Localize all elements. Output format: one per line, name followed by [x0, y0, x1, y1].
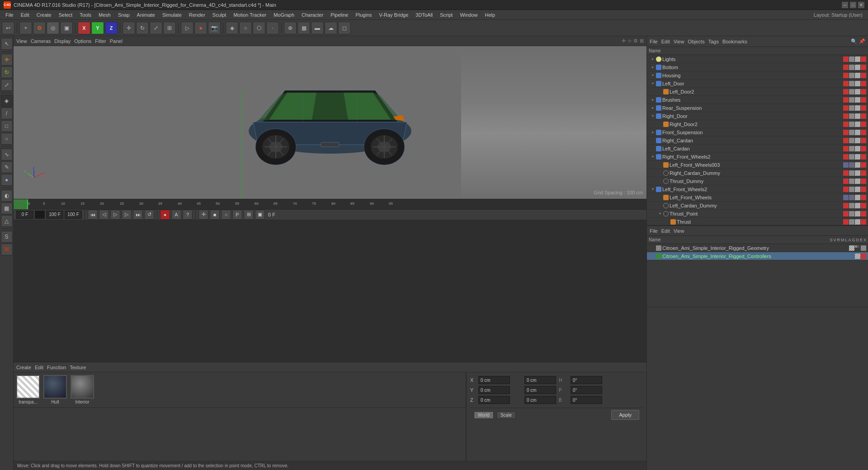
lt-terrain[interactable]: △: [1, 215, 13, 227]
menu-vray[interactable]: V-Ray Bridge: [376, 11, 412, 19]
thrust-arrow[interactable]: [664, 219, 670, 225]
lt-line[interactable]: /: [1, 108, 13, 119]
lt-maxon[interactable]: M: [1, 244, 13, 255]
tree-row-rc-dummy[interactable]: Right_Cardan_Dummy: [647, 169, 868, 177]
lt-rotate[interactable]: ↻: [1, 66, 13, 78]
motion-clip3-button[interactable]: ○: [221, 210, 231, 220]
texture-mode-button[interactable]: ⬡: [253, 22, 265, 34]
om2-file[interactable]: File: [650, 228, 658, 234]
menu-plugins[interactable]: Plugins: [352, 11, 375, 19]
menu-select[interactable]: Select: [55, 11, 76, 19]
menu-script[interactable]: Script: [436, 11, 456, 19]
menu-file[interactable]: File: [2, 11, 17, 19]
go-end-button[interactable]: ⏭: [133, 210, 143, 220]
vh-view[interactable]: View: [16, 38, 27, 44]
tree-row-lf-wheels003[interactable]: Left_Front_Wheels003: [647, 161, 868, 169]
timeline-ruler-bar[interactable]: 0 5 10 15 20 25 30 35 40 45 50 55 60 65 …: [14, 199, 646, 209]
world-button[interactable]: World: [474, 411, 494, 419]
scale-button[interactable]: Scale: [496, 411, 516, 419]
play-button[interactable]: ▷: [110, 210, 120, 220]
object-mode-button[interactable]: ○: [239, 22, 252, 34]
camera-button[interactable]: 📷: [208, 22, 221, 34]
mm-edit[interactable]: Edit: [35, 365, 43, 370]
menu-mograph[interactable]: MoGraph: [270, 11, 298, 19]
tree-row-left-cardan[interactable]: Left_Cardan: [647, 145, 868, 153]
lt-grid[interactable]: ▦: [1, 202, 13, 214]
tree-row-front-susp[interactable]: ▸ Front_Suspension: [647, 128, 868, 136]
tree-row-geometry[interactable]: Citroen_Ami_Simple_Interior_Rigged_Geome…: [647, 244, 868, 252]
sky-button[interactable]: ☁: [325, 22, 337, 34]
tree-row-lf-wheels2[interactable]: ▾ Left_Front_Wheels2: [647, 185, 868, 193]
menu-pipeline[interactable]: Pipeline: [327, 11, 352, 19]
tree-row-controllers[interactable]: Citroen_Ami_Simple_Interior_Rigged_Contr…: [647, 252, 868, 260]
tree-row-lc-dummy[interactable]: Left_Cardan_Dummy: [647, 202, 868, 210]
housing-arrow[interactable]: ▾: [650, 72, 656, 79]
z-angle[interactable]: [571, 396, 602, 404]
record-key-button[interactable]: ●: [160, 210, 170, 220]
point-mode-button[interactable]: ·: [266, 22, 279, 34]
lf-wheels2-arrow[interactable]: ▾: [650, 186, 656, 193]
tree-row-right-cardan[interactable]: Right_Cardan: [647, 136, 868, 145]
titlebar-controls[interactable]: ─ □ ✕: [842, 2, 864, 8]
tree-row-housing[interactable]: ▾ Housing: [647, 71, 868, 80]
ctrl-arrow[interactable]: [650, 253, 656, 259]
vh-cameras[interactable]: Cameras: [31, 38, 51, 44]
om-bookmarks[interactable]: Bookmarks: [722, 39, 747, 44]
vh-panel[interactable]: Panel: [110, 38, 123, 44]
left-cardan-arrow[interactable]: [650, 146, 656, 152]
bottom-arrow[interactable]: ▸: [650, 64, 656, 70]
motion-clip5-button[interactable]: ⊞: [244, 210, 254, 220]
om-edit[interactable]: Edit: [661, 39, 670, 44]
tree-row-right-door[interactable]: ▾ Right_Door: [647, 112, 868, 120]
prev-frame-button[interactable]: ◁: [99, 210, 109, 220]
om2-edit[interactable]: Edit: [661, 228, 670, 234]
right-door-arrow[interactable]: ▾: [650, 113, 656, 119]
bg-button[interactable]: ◻: [338, 22, 351, 34]
motion-clip6-button[interactable]: ▣: [255, 210, 265, 220]
tree-row-bottom[interactable]: ▸ Bottom: [647, 63, 868, 71]
rc-dummy-arrow[interactable]: [657, 170, 663, 176]
vh-filter[interactable]: Filter: [95, 38, 106, 44]
next-frame-button[interactable]: ▷: [122, 210, 132, 220]
move-tool-button[interactable]: ✛: [123, 22, 135, 34]
menu-render[interactable]: Render: [185, 11, 209, 19]
om-view[interactable]: View: [674, 39, 684, 44]
right-cardan-arrow[interactable]: [650, 137, 656, 144]
undo-button[interactable]: ↩: [2, 22, 14, 34]
y-input[interactable]: [478, 386, 510, 394]
minimize-button[interactable]: ─: [842, 2, 848, 8]
right-door2-arrow[interactable]: [657, 121, 663, 127]
om-pin-icon[interactable]: 📌: [859, 38, 865, 44]
menu-motion-tracker[interactable]: Motion Tracker: [230, 11, 270, 19]
close-button[interactable]: ✕: [858, 2, 864, 8]
material-interior[interactable]: Interior: [71, 375, 94, 404]
tree-row-lights[interactable]: ▸ Lights: [647, 55, 868, 63]
frame-end-input[interactable]: [46, 211, 63, 219]
z-axis-button[interactable]: Z: [105, 22, 118, 34]
lt-box[interactable]: □: [1, 120, 13, 132]
model-mode-button[interactable]: ◈: [226, 22, 238, 34]
tree-row-right-door2[interactable]: Right_Door2: [647, 120, 868, 128]
playback-button[interactable]: ▷: [181, 22, 193, 34]
tree-row-lf-wheels[interactable]: Left_Front_Wheels: [647, 193, 868, 202]
rear-susp-arrow[interactable]: ▸: [650, 105, 656, 111]
menu-snap[interactable]: Snap: [114, 11, 133, 19]
x-axis-button[interactable]: X: [78, 22, 90, 34]
om2-view[interactable]: View: [674, 228, 684, 234]
rf-wheels2-arrow[interactable]: ▾: [650, 154, 656, 160]
lc-dummy-arrow[interactable]: [657, 202, 663, 209]
scale-tool-button[interactable]: ⤢: [150, 22, 162, 34]
lt-pen[interactable]: ✎: [1, 161, 13, 173]
lights-arrow[interactable]: ▸: [650, 56, 656, 62]
om-file[interactable]: File: [650, 39, 658, 44]
tree-row-rear-suspension[interactable]: ▸ Rear_Suspension: [647, 104, 868, 112]
motion-clip2-button[interactable]: ■: [210, 210, 220, 220]
render-settings-button[interactable]: ⚙: [33, 22, 46, 34]
material-transparent[interactable]: transpa...: [16, 375, 40, 404]
front-susp-arrow[interactable]: ▸: [650, 129, 656, 136]
snap-button[interactable]: ⊕: [284, 22, 297, 34]
y-angle[interactable]: [571, 386, 602, 394]
frame-field-input[interactable]: [35, 211, 45, 219]
grid-button[interactable]: ▦: [297, 22, 310, 34]
tree-row-thrust-point[interactable]: ▾ Thrust_Point: [647, 210, 868, 218]
